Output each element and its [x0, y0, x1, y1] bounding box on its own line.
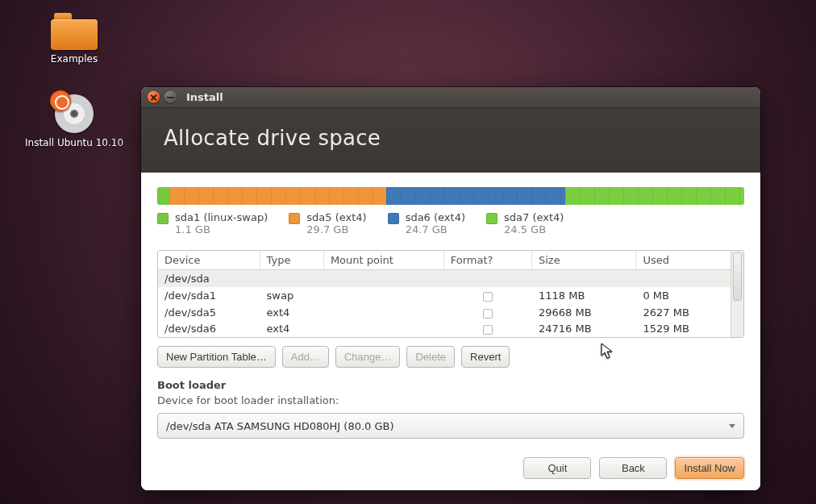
table-scrollbar[interactable] [731, 251, 743, 337]
desktop-icon-install-ubuntu[interactable]: Install Ubuntu 10.10 [11, 90, 137, 148]
table-row[interactable]: /dev/sda6ext424716 MB1529 MB [158, 321, 731, 337]
legend-size: 1.1 GB [175, 223, 268, 235]
quit-button[interactable]: Quit [523, 457, 591, 479]
cell: swap [260, 287, 323, 304]
format-checkbox[interactable] [483, 309, 493, 319]
legend-item: sda5 (ext4)29.7 GB [289, 211, 366, 235]
format-checkbox[interactable] [483, 325, 493, 335]
cell: 1529 MB [636, 321, 731, 337]
bootloader-section-title: Boot loader [157, 379, 744, 391]
cell [323, 287, 443, 304]
back-button[interactable]: Back [599, 457, 667, 479]
legend-size: 24.7 GB [406, 223, 465, 235]
legend-swatch [289, 213, 300, 224]
add-partition-button[interactable]: Add… [282, 346, 329, 368]
cell [260, 270, 323, 288]
partition-table: DeviceTypeMount pointFormat?SizeUsed /de… [157, 250, 744, 338]
desktop-icon-label: Examples [18, 53, 131, 65]
window-content: sda1 (linux-swap)1.1 GBsda5 (ext4)29.7 G… [141, 173, 760, 490]
legend-label: sda7 (ext4) [504, 211, 564, 223]
legend-swatch [157, 213, 169, 224]
window-title: Install [186, 91, 223, 103]
window-close-button[interactable] [148, 91, 160, 103]
legend-size: 29.7 GB [306, 223, 366, 235]
legend-label: sda5 (ext4) [306, 211, 366, 223]
window-minimize-button[interactable] [164, 91, 177, 103]
table-row[interactable]: /dev/sda [158, 270, 731, 288]
wizard-footer: Quit Back Install Now [157, 444, 744, 479]
folder-icon [51, 13, 98, 50]
cell: 2627 MB [636, 304, 731, 321]
cell: 0 MB [636, 287, 731, 304]
cell: ext4 [260, 304, 323, 321]
column-header[interactable]: Size [532, 251, 636, 270]
cell: 1118 MB [532, 287, 636, 304]
bootloader-device-select[interactable]: /dev/sda ATA SAMSUNG HD080HJ (80.0 GB) [157, 413, 744, 439]
window-titlebar[interactable]: Install [141, 87, 760, 108]
format-checkbox[interactable] [483, 292, 493, 302]
cell: ext4 [260, 321, 323, 337]
cell [443, 287, 531, 304]
legend-item: sda6 (ext4)24.7 GB [388, 211, 465, 235]
installer-disc-icon [50, 90, 98, 134]
cell [443, 304, 531, 321]
desktop-icon-label: Install Ubuntu 10.10 [11, 137, 137, 148]
delete-partition-button[interactable]: Delete [406, 346, 455, 368]
column-header[interactable]: Device [158, 251, 260, 270]
page-heading: Allocate drive space [164, 126, 738, 150]
cell: /dev/sda5 [158, 304, 260, 321]
legend-label: sda6 (ext4) [406, 211, 465, 223]
window-header: Allocate drive space [141, 108, 760, 173]
legend-swatch [388, 213, 399, 224]
table-row[interactable]: /dev/sda1swap1118 MB0 MB [158, 287, 731, 304]
table-row[interactable]: /dev/sda5ext429668 MB2627 MB [158, 304, 731, 321]
column-header[interactable]: Mount point [323, 251, 443, 270]
partition-segment-sda7[interactable] [565, 187, 744, 205]
chevron-down-icon [729, 424, 735, 428]
bootloader-device-value: /dev/sda ATA SAMSUNG HD080HJ (80.0 GB) [166, 420, 394, 432]
cell: 29668 MB [532, 304, 636, 321]
partition-segment-sda1[interactable] [157, 187, 169, 205]
partition-segment-sda5[interactable] [169, 187, 386, 205]
legend-label: sda1 (linux-swap) [175, 211, 268, 223]
column-header[interactable]: Format? [443, 251, 531, 270]
bootloader-label: Device for boot loader installation: [157, 394, 744, 406]
cell [323, 270, 443, 288]
column-header[interactable]: Used [636, 251, 731, 270]
column-header[interactable]: Type [260, 251, 323, 270]
cell: /dev/sda6 [158, 321, 260, 337]
install-window: Install Allocate drive space sda1 (linux… [141, 87, 760, 490]
cell: 24716 MB [532, 321, 636, 337]
partition-actions: New Partition Table… Add… Change… Delete… [157, 346, 744, 368]
cell: /dev/sda1 [158, 287, 260, 304]
desktop-icon-examples[interactable]: Examples [18, 13, 131, 65]
install-now-button[interactable]: Install Now [675, 457, 744, 479]
legend-swatch [486, 213, 498, 224]
cell [532, 270, 636, 288]
new-partition-table-button[interactable]: New Partition Table… [157, 346, 276, 368]
cell [443, 321, 531, 337]
legend-size: 24.5 GB [504, 223, 564, 235]
cell [636, 270, 731, 288]
cell [443, 270, 531, 288]
revert-button[interactable]: Revert [461, 346, 510, 368]
cell: /dev/sda [158, 270, 260, 288]
cell [323, 304, 443, 321]
cell [323, 321, 443, 337]
change-partition-button[interactable]: Change… [335, 346, 401, 368]
legend-item: sda7 (ext4)24.5 GB [486, 211, 564, 235]
partition-usage-bar: sda1 (linux-swap)1.1 GBsda5 (ext4)29.7 G… [157, 187, 744, 235]
legend-item: sda1 (linux-swap)1.1 GB [157, 211, 268, 235]
partition-segment-sda6[interactable] [386, 187, 565, 205]
